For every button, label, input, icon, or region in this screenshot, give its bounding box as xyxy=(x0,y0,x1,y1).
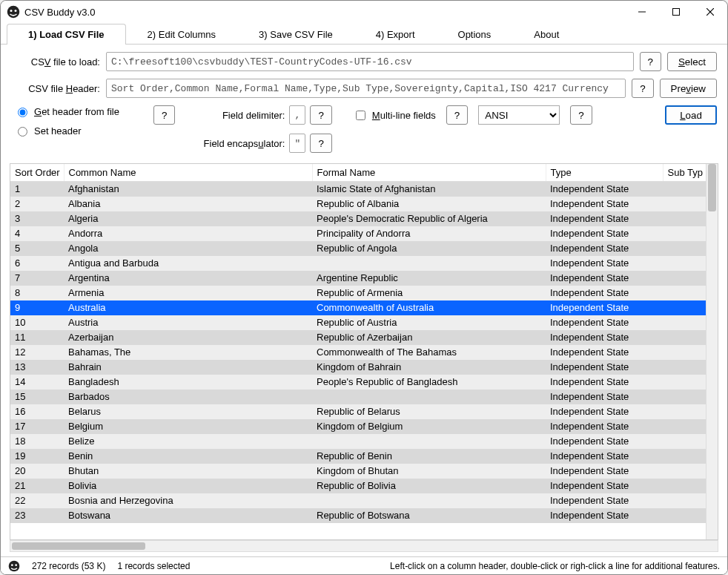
header-help-button[interactable]: ? xyxy=(632,79,653,98)
cell: Armenia xyxy=(64,286,312,300)
header-mode-help-button[interactable]: ? xyxy=(153,105,175,125)
file-help-button[interactable]: ? xyxy=(640,52,661,71)
table-row[interactable]: 17BelgiumKingdom of BelgiumIndependent S… xyxy=(10,419,706,434)
table-row[interactable]: 23BotswanaRepublic of BotswanaIndependen… xyxy=(10,508,706,523)
table-row[interactable]: 8ArmeniaRepublic of ArmeniaIndependent S… xyxy=(10,286,706,300)
field-delimiter-label: Field delimiter: xyxy=(188,110,285,121)
field-delimiter-input[interactable] xyxy=(289,105,305,125)
table-row[interactable]: 3AlgeriaPeople's Democratic Republic of … xyxy=(10,211,706,226)
cell: Commonwealth of Australia xyxy=(312,300,546,315)
cell: 17 xyxy=(10,419,64,434)
status-bar: 272 records (53 K) 1 records selected Le… xyxy=(1,556,727,574)
cell: Republic of Benin xyxy=(312,449,546,464)
cell: Independent State xyxy=(546,182,663,197)
horizontal-scrollbar[interactable] xyxy=(10,540,718,552)
table-row[interactable]: 18BelizeIndependent State xyxy=(10,434,706,449)
tab-about[interactable]: About xyxy=(512,24,580,45)
col-common-name[interactable]: Common Name xyxy=(64,164,312,182)
table-row[interactable]: 22Bosnia and HerzegovinaIndependent Stat… xyxy=(10,493,706,508)
cell: Azerbaijan xyxy=(64,330,312,345)
file-header-label: CSV file Header: xyxy=(11,83,100,94)
encapsulator-help-button[interactable]: ? xyxy=(310,134,331,153)
table-row[interactable]: 11AzerbaijanRepublic of AzerbaijanIndepe… xyxy=(10,330,706,345)
close-button[interactable] xyxy=(693,1,727,23)
cell: Independent State xyxy=(546,241,663,256)
encoding-select[interactable]: ANSI xyxy=(478,105,560,125)
table-row[interactable]: 4AndorraPrincipality of AndorraIndepende… xyxy=(10,226,706,241)
table-row[interactable]: 15BarbadosIndependent State xyxy=(10,390,706,404)
cell: Republic of Angola xyxy=(312,241,546,256)
cell: Kingdom of Belgium xyxy=(312,419,546,434)
cell: Independent State xyxy=(546,256,663,271)
cell: Kingdom of Bahrain xyxy=(312,360,546,375)
field-encapsulator-input[interactable] xyxy=(289,134,305,153)
horizontal-scrollbar-thumb[interactable] xyxy=(12,542,145,550)
cell: Barbados xyxy=(64,390,312,404)
tab-options[interactable]: Options xyxy=(437,24,513,45)
tab-load[interactable]: 1) Load CSV File xyxy=(7,24,126,45)
cell: Bhutan xyxy=(64,464,312,479)
cell xyxy=(663,390,706,404)
maximize-button[interactable] xyxy=(659,1,693,23)
vertical-scrollbar[interactable] xyxy=(706,164,718,539)
table-row[interactable]: 7ArgentinaArgentine RepublicIndependent … xyxy=(10,271,706,286)
load-button[interactable]: Load xyxy=(665,105,717,125)
table-row[interactable]: 6Antigua and BarbudaIndependent State xyxy=(10,256,706,271)
tab-export[interactable]: 4) Export xyxy=(354,24,437,45)
cell: 11 xyxy=(10,330,64,345)
cell: Benin xyxy=(64,449,312,464)
table-row[interactable]: 9AustraliaCommonwealth of AustraliaIndep… xyxy=(10,300,706,315)
tab-edit[interactable]: 2) Edit Columns xyxy=(126,24,237,45)
cell: Independent State xyxy=(546,449,663,464)
cell: 19 xyxy=(10,449,64,464)
set-header-radio-input[interactable] xyxy=(18,127,27,137)
cell: Argentine Republic xyxy=(312,271,546,286)
col-sub-type[interactable]: Sub Typ xyxy=(663,164,706,182)
table-row[interactable]: 14BangladeshPeople's Republic of Banglad… xyxy=(10,375,706,390)
table-row[interactable]: 19BeninRepublic of BeninIndependent Stat… xyxy=(10,449,706,464)
cell: 10 xyxy=(10,315,64,330)
cell: 16 xyxy=(10,404,64,419)
preview-button[interactable]: Preview xyxy=(660,79,717,98)
cell xyxy=(663,493,706,508)
cell: Albania xyxy=(64,197,312,211)
cell: Independent State xyxy=(546,419,663,434)
cell: 14 xyxy=(10,375,64,390)
table-row[interactable]: 10AustriaRepublic of AustriaIndependent … xyxy=(10,315,706,330)
multiline-checkbox-input[interactable] xyxy=(356,111,365,120)
svg-point-8 xyxy=(11,564,13,566)
cell: Independent State xyxy=(546,300,663,315)
delimiter-help-button[interactable]: ? xyxy=(310,105,331,125)
col-formal-name[interactable]: Formal Name xyxy=(312,164,546,182)
table-row[interactable]: 20BhutanKingdom of BhutanIndependent Sta… xyxy=(10,464,706,479)
cell xyxy=(663,286,706,300)
col-type[interactable]: Type xyxy=(546,164,663,182)
multiline-checkbox[interactable]: Multi-line fields xyxy=(353,108,436,122)
cell: 23 xyxy=(10,508,64,523)
cell: Independent State xyxy=(546,464,663,479)
table-row[interactable]: 16BelarusRepublic of BelarusIndependent … xyxy=(10,404,706,419)
cell: Independent State xyxy=(546,345,663,360)
multiline-help-button[interactable]: ? xyxy=(446,105,468,125)
set-header-radio[interactable]: Set header xyxy=(14,125,140,137)
file-path-input[interactable] xyxy=(106,52,634,71)
table-row[interactable]: 21BoliviaRepublic of BoliviaIndependent … xyxy=(10,479,706,493)
table-row[interactable]: 13BahrainKingdom of BahrainIndependent S… xyxy=(10,360,706,375)
cell xyxy=(663,360,706,375)
table-row[interactable]: 12Bahamas, TheCommonwealth of The Bahama… xyxy=(10,345,706,360)
table-row[interactable]: 5AngolaRepublic of AngolaIndependent Sta… xyxy=(10,241,706,256)
minimize-button[interactable] xyxy=(625,1,659,23)
cell: Bangladesh xyxy=(64,375,312,390)
header-input[interactable] xyxy=(106,79,626,98)
cell: 15 xyxy=(10,390,64,404)
encoding-help-button[interactable]: ? xyxy=(570,105,592,125)
col-sort-order[interactable]: Sort Order xyxy=(10,164,64,182)
vertical-scrollbar-thumb[interactable] xyxy=(708,164,716,211)
table-row[interactable]: 1AfghanistanIslamic State of Afghanistan… xyxy=(10,182,706,197)
table-row[interactable]: 2AlbaniaRepublic of AlbaniaIndependent S… xyxy=(10,197,706,211)
tab-save[interactable]: 3) Save CSV File xyxy=(237,24,354,45)
select-button[interactable]: Select xyxy=(667,52,717,71)
cell: 9 xyxy=(10,300,64,315)
get-header-radio[interactable]: Get header from file xyxy=(14,105,140,117)
get-header-radio-input[interactable] xyxy=(18,108,27,117)
